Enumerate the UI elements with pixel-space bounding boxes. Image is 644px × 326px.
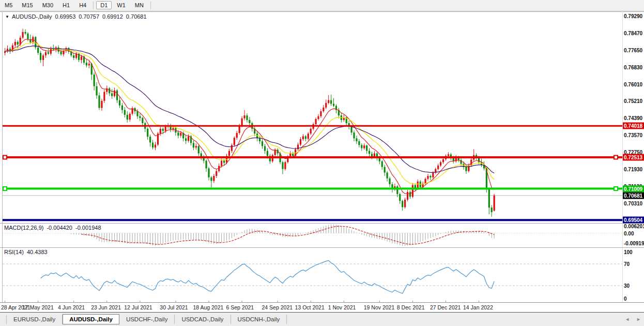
chart-canvas[interactable]: [0, 11, 644, 303]
price-tick: 0.70310: [623, 200, 644, 206]
price-badge: 0.74018: [623, 123, 644, 129]
rsi-name: RSI(14): [4, 249, 24, 255]
date-label: 14 Jan 2022: [463, 304, 493, 310]
rsi-value: 40.4383: [27, 249, 48, 255]
ohlc-close: 0.70681: [126, 13, 147, 20]
macd-scale-min: -0.009197: [623, 240, 644, 246]
timeframe-m15[interactable]: M15: [18, 1, 37, 9]
price-tick: 0.71930: [623, 167, 644, 172]
price-badge: 0.72513: [623, 154, 644, 160]
price-tick: 0.77650: [623, 47, 644, 53]
ma-slow: [5, 46, 495, 173]
date-label: 24 Sep 2021: [262, 304, 293, 310]
chart-symbol-header[interactable]: ▼AUDUSD-,Daily0.699530.707570.699120.706…: [5, 13, 147, 20]
date-label: 13 Oct 2021: [295, 304, 325, 310]
timeframe-mn[interactable]: MN: [131, 1, 148, 9]
symbol-tabbar: EURUSD-,DailyAUDUSD-,DailyUSDCHF-,DailyU…: [0, 312, 644, 326]
date-label: 12 Jul 2021: [124, 304, 152, 310]
tab-eurusd[interactable]: EURUSD-,Daily: [7, 315, 63, 324]
rsi-scale: 30: [623, 283, 644, 289]
timeframe-h4[interactable]: H4: [75, 1, 90, 9]
rsi-scale: 100: [623, 249, 644, 255]
timeframe-d1[interactable]: D1: [96, 1, 112, 9]
price-badge: 0.71009: [623, 185, 644, 192]
tab-usdcnh[interactable]: USDCNH-,Daily: [231, 315, 287, 324]
price-badge: 0.69504: [623, 217, 644, 224]
date-label: 8 Dec 2021: [397, 304, 425, 310]
price-tick: 0.78470: [623, 30, 644, 36]
hline-handle: [3, 155, 7, 159]
price-tick: 0.76830: [623, 64, 644, 70]
hline-handle: [3, 187, 7, 190]
date-label: 17 May 2021: [22, 304, 54, 310]
date-label: 23 Jun 2021: [91, 304, 121, 310]
hline-handle: [614, 155, 618, 159]
tab-audusd[interactable]: AUDUSD-,Daily: [63, 314, 119, 324]
ohlc-low: 0.69912: [102, 13, 123, 20]
price-badge: 0.70681: [623, 192, 644, 199]
macd-indicator-label: MACD(12,26,9)-0.004420-0.001948: [4, 225, 101, 231]
timeframe-m30[interactable]: M30: [38, 1, 57, 9]
tab-scroll-arrows: ◄►: [625, 317, 641, 322]
price-tick: 0.73570: [623, 132, 644, 138]
macd-scale-zero: 0.00: [623, 230, 644, 236]
timeframe-toolbar: M5M15M30H1H4D1W1MN: [0, 0, 644, 11]
chevron-down-icon: ▼: [5, 14, 9, 19]
macd-signal-value: -0.001948: [75, 225, 101, 231]
toolbar-separator: [150, 2, 151, 9]
date-label: 30 Jul 2021: [160, 304, 188, 310]
rsi-scale: 70: [623, 261, 644, 267]
date-label: 27 Dec 2021: [430, 304, 461, 310]
timeframe-h1[interactable]: H1: [58, 1, 74, 9]
tabbar-stub: [0, 315, 7, 324]
tab-usdcad[interactable]: USDCAD-,Daily: [175, 315, 231, 324]
timeframe-m5[interactable]: M5: [1, 1, 17, 9]
tab-scroll-left-icon[interactable]: ◄: [625, 317, 630, 322]
date-label: 4 Jun 2021: [58, 304, 85, 310]
price-axis[interactable]: 0.792900.784700.776500.768300.760100.752…: [623, 0, 644, 313]
tab-scroll-right-icon[interactable]: ►: [636, 317, 641, 322]
price-tick: 0.75210: [623, 98, 644, 104]
date-label: 19 Nov 2021: [364, 304, 395, 310]
price-tick: 0.76010: [623, 82, 644, 87]
date-label: 6 Sep 2021: [226, 304, 254, 310]
date-label: 18 Aug 2021: [193, 304, 223, 310]
hline-handle: [614, 187, 618, 190]
macd-name: MACD(12,26,9): [4, 225, 43, 231]
price-tick: 0.74390: [623, 115, 644, 121]
date-axis[interactable]: 28 Apr 202117 May 20214 Jun 202123 Jun 2…: [0, 303, 623, 312]
macd-scale-max: 0.006201: [623, 224, 644, 229]
rsi-indicator-label: RSI(14)40.4383: [4, 249, 48, 255]
price-tick: 0.79290: [623, 13, 644, 19]
macd-main-value: -0.004420: [47, 225, 72, 231]
toolbar-separator: [93, 2, 94, 9]
mt4-window: M5M15M30H1H4D1W1MN ▼AUDUSD-,Daily0.69953…: [0, 0, 644, 326]
ohlc-open: 0.69953: [55, 13, 76, 20]
symbol-name: AUDUSD-,Daily: [12, 13, 52, 20]
date-label: 1 Nov 2021: [328, 304, 356, 310]
rsi-line: [41, 261, 495, 294]
rsi-scale: 0: [623, 296, 644, 302]
timeframe-w1[interactable]: W1: [113, 1, 130, 9]
ma-mid: [5, 42, 495, 184]
tab-usdchf[interactable]: USDCHF-,Daily: [119, 315, 175, 324]
ohlc-high: 0.70757: [79, 13, 99, 20]
